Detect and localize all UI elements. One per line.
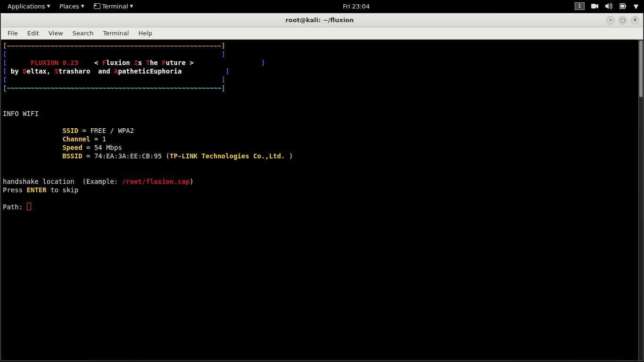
chevron-down-icon: ▼: [47, 4, 50, 8]
banner-border-top: [~~~~~~~~~~~~~~~~~~~~~~~~~~~~~~~~~~~~~~~…: [3, 42, 225, 49]
system-menu-chevron-icon[interactable]: ▼: [634, 3, 638, 10]
wifi-speed-label: Speed: [62, 144, 82, 151]
banner-app-name: FLUXION 0.23: [31, 59, 78, 66]
terminal-output[interactable]: [~~~~~~~~~~~~~~~~~~~~~~~~~~~~~~~~~~~~~~~…: [1, 40, 638, 361]
terminal-label: Terminal: [102, 3, 128, 10]
wifi-bssid-value: = 74:EA:3A:EE:CB:95 (: [83, 152, 170, 160]
wifi-ssid-label: SSID: [62, 127, 78, 134]
menu-search[interactable]: Search: [68, 27, 99, 39]
example-path: /root/fluxion.cap: [122, 178, 190, 185]
scrollbar-thumb[interactable]: [639, 41, 643, 97]
menu-terminal[interactable]: Terminal: [98, 27, 133, 39]
gnome-top-panel: Applications ▼ Places ▼ Terminal ▼ Fri 2…: [0, 0, 644, 12]
applications-menu[interactable]: Applications ▼: [3, 0, 55, 12]
terminal-scrollbar[interactable]: [638, 40, 643, 361]
terminal-cursor[interactable]: [27, 203, 31, 210]
battery-icon[interactable]: [619, 3, 627, 9]
terminal-window: root@kali: ~/fluxion – ▢ ✕ File Edit Vie…: [0, 13, 644, 361]
maximize-button[interactable]: ▢: [619, 16, 627, 25]
wifi-ssid-value: = FREE / WPA2: [78, 127, 134, 134]
close-button[interactable]: ✕: [631, 16, 639, 25]
enter-key-hint: ENTER: [27, 186, 47, 194]
svg-rect-3: [620, 5, 624, 8]
volume-icon[interactable]: [605, 3, 613, 9]
path-prompt-label: Path:: [3, 203, 27, 211]
terminal-menubar: File Edit View Search Terminal Help: [1, 27, 643, 40]
places-label: Places: [59, 3, 79, 10]
terminal-icon: [94, 3, 100, 9]
window-titlebar[interactable]: root@kali: ~/fluxion – ▢ ✕: [1, 13, 643, 27]
applications-label: Applications: [8, 3, 45, 10]
wifi-bssid-label: BSSID: [62, 152, 82, 160]
record-icon[interactable]: [591, 3, 599, 9]
svg-rect-0: [591, 4, 596, 8]
chevron-down-icon: ▼: [81, 4, 84, 8]
menu-help[interactable]: Help: [133, 27, 157, 39]
window-title: root@kali: ~/fluxion: [37, 16, 603, 24]
svg-rect-2: [625, 5, 626, 7]
system-tray: 1 ▼: [575, 2, 641, 10]
wifi-speed-value: = 54 Mbps: [83, 144, 122, 151]
menu-view[interactable]: View: [44, 27, 68, 39]
panel-clock[interactable]: Fri 23:04: [337, 3, 375, 10]
wifi-channel-value: = 1: [90, 135, 106, 143]
places-menu[interactable]: Places ▼: [55, 0, 89, 12]
wifi-vendor: TP-LINK Technologies Co.,Ltd.: [170, 152, 285, 160]
terminal-menu[interactable]: Terminal ▼: [89, 0, 138, 12]
menu-file[interactable]: File: [3, 27, 23, 39]
wifi-info-header: INFO WIFI: [3, 110, 39, 117]
menu-edit[interactable]: Edit: [23, 27, 44, 39]
minimize-button[interactable]: –: [606, 16, 615, 25]
chevron-down-icon: ▼: [130, 4, 133, 8]
wifi-channel-label: Channel: [62, 135, 90, 143]
workspace-indicator[interactable]: 1: [575, 2, 585, 10]
banner-border-bottom: [~~~~~~~~~~~~~~~~~~~~~~~~~~~~~~~~~~~~~~~…: [3, 84, 225, 92]
